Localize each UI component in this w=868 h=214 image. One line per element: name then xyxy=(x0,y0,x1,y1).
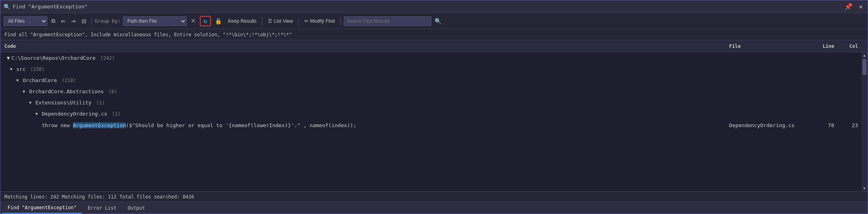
scroll-down-arrow[interactable]: ▼ xyxy=(861,185,868,191)
modify-find-icon: ✏ xyxy=(304,18,308,24)
status-bar: Matching lines: 242 Matching files: 112 … xyxy=(0,191,868,202)
tree-label-5: DependencyOrdering.cs (1) xyxy=(42,111,121,117)
scope-select[interactable]: All Files xyxy=(4,16,47,26)
modify-find-button[interactable]: ✏ Modify Find xyxy=(302,18,337,25)
tree-arrow-5: ▼ xyxy=(35,112,40,116)
tree-label-3: OrchardCore.Abstractions (6) xyxy=(29,88,117,94)
result-line-cell: 78 xyxy=(813,122,837,128)
result-code-cell: throw new ArgumentException($"Should be … xyxy=(0,122,726,128)
tree-item-orchardcore[interactable]: ▼ OrchardCore (218) xyxy=(0,75,861,86)
result-file-cell: DependencyOrdering.cs xyxy=(726,122,813,128)
results-area: ▼ C:\Source\Repos\OrchardCore (242) ▼ sr… xyxy=(0,52,868,191)
close-window-button[interactable]: ✕ xyxy=(857,3,864,10)
code-highlight: ArgumentException xyxy=(73,122,126,128)
find-results-window: 🔍 Find "ArgumentException" 📌 ✕ All Files… xyxy=(0,0,868,214)
tree-item-extensions-utility[interactable]: ▼ Extensions\Utility (1) xyxy=(0,97,861,108)
title-bar-left: 🔍 Find "ArgumentException" xyxy=(4,4,88,10)
result-col-cell: 23 xyxy=(837,122,861,128)
vertical-scrollbar[interactable]: ▲ ▼ xyxy=(861,52,868,191)
pin-button[interactable]: 📌 xyxy=(843,3,854,10)
code-before: throw new xyxy=(42,122,73,128)
group-by-select[interactable]: Path then File xyxy=(123,16,187,26)
tree-label-0: C:\Source\Repos\OrchardCore (242) xyxy=(12,55,115,61)
search-find-results-button[interactable]: 🔍 xyxy=(434,17,442,25)
tree-item-src[interactable]: ▼ src (230) xyxy=(0,63,861,75)
lock-button[interactable]: 🔒 xyxy=(213,16,223,26)
status-text: Matching lines: 242 Matching files: 112 … xyxy=(4,194,194,200)
list-view-icon: ☰ xyxy=(268,18,272,24)
modify-find-label: Modify Find xyxy=(310,18,335,24)
tree-label-4: Extensions\Utility (1) xyxy=(35,100,105,106)
separator-4 xyxy=(340,17,341,25)
keep-results-button[interactable]: Keep Results xyxy=(226,18,259,25)
refresh-button[interactable]: ↻ xyxy=(200,16,211,26)
keep-results-label: Keep Results xyxy=(228,18,256,24)
query-text: Find all "ArgumentException", Include mi… xyxy=(4,32,292,37)
expand-collapse-button[interactable]: ⧉ xyxy=(50,16,57,26)
copy-button[interactable]: ⊟ xyxy=(80,16,88,26)
tab-bar: Find "ArgumentException" Error List Outp… xyxy=(0,202,868,214)
tree-item-abstractions[interactable]: ▼ OrchardCore.Abstractions (6) xyxy=(0,86,861,97)
tree-item-dependency-ordering[interactable]: ▼ DependencyOrdering.cs (1) xyxy=(0,108,861,119)
tree-label-2: OrchardCore (218) xyxy=(23,77,76,83)
tree-item-orchardcore-root[interactable]: ▼ C:\Source\Repos\OrchardCore (242) xyxy=(0,52,861,63)
col-col-header: Col xyxy=(837,42,861,51)
title-bar-right: 📌 ✕ xyxy=(843,3,864,10)
col-file-header: File xyxy=(726,42,813,51)
separator-1 xyxy=(91,17,92,25)
tree-arrow-3: ▼ xyxy=(23,89,27,94)
query-line: Find all "ArgumentException", Include mi… xyxy=(0,29,868,40)
title-bar: 🔍 Find "ArgumentException" 📌 ✕ xyxy=(0,0,868,13)
scrollbar-thumb[interactable] xyxy=(862,59,866,75)
search-find-results-input[interactable] xyxy=(344,16,431,26)
group-by-label: Group by: xyxy=(95,18,121,24)
tree-label-1: src (230) xyxy=(16,66,45,72)
toolbar: All Files ⧉ ⇐ ⇒ ⊟ Group by: Path then Fi… xyxy=(0,13,868,29)
tree-arrow-1: ▼ xyxy=(10,67,15,71)
col-code-header: Code xyxy=(0,42,726,51)
expand-all-button[interactable]: ⇒ xyxy=(70,16,78,26)
column-headers: Code File Line Col xyxy=(0,40,868,52)
tree-arrow-0: ▼ xyxy=(4,55,10,61)
find-icon: 🔍 xyxy=(4,4,10,10)
clear-button[interactable]: ✕ xyxy=(189,17,197,25)
scroll-up-arrow[interactable]: ▲ xyxy=(861,52,868,58)
separator-2 xyxy=(262,17,262,25)
collapse-all-button[interactable]: ⇐ xyxy=(59,16,67,26)
result-row[interactable]: throw new ArgumentException($"Should be … xyxy=(0,119,861,131)
col-line-header: Line xyxy=(813,42,837,51)
results-content: ▼ C:\Source\Repos\OrchardCore (242) ▼ sr… xyxy=(0,52,861,191)
tree-arrow-2: ▼ xyxy=(16,78,21,82)
list-view-button[interactable]: ☰ List View xyxy=(265,18,295,25)
list-view-label: List View xyxy=(274,18,293,24)
tab-find-argumentexception[interactable]: Find "ArgumentException" xyxy=(2,202,82,214)
tab-error-list[interactable]: Error List xyxy=(82,202,122,214)
window-title: Find "ArgumentException" xyxy=(13,4,88,10)
code-after: ($"Should be higher or equal to '{nameof… xyxy=(126,122,356,128)
tree-arrow-4: ▼ xyxy=(29,100,34,105)
tab-output[interactable]: Output xyxy=(122,202,150,214)
separator-3 xyxy=(298,17,299,25)
